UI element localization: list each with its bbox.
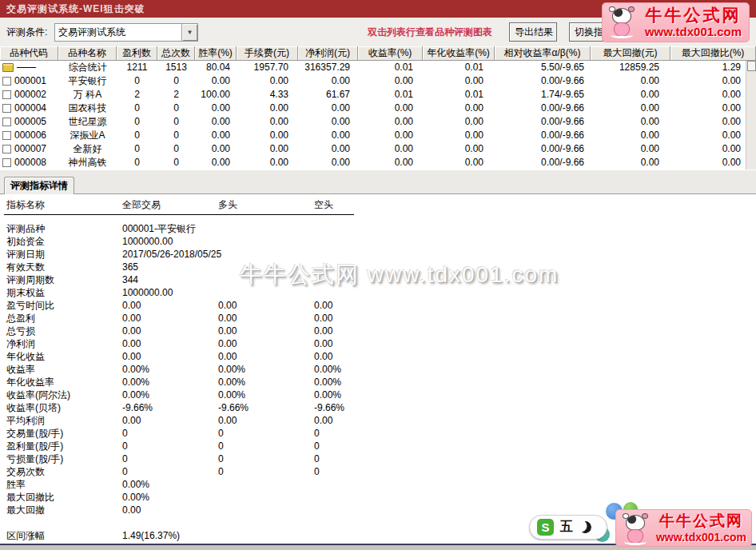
vertical-scrollbar[interactable]	[746, 61, 756, 169]
row-checkbox[interactable]	[2, 90, 11, 99]
column-header[interactable]: 总次数	[157, 46, 195, 61]
ime-toolbar[interactable]: S 五	[529, 515, 607, 540]
metric-value: -9.66%	[218, 401, 249, 414]
detail-row: 胜率0.00%	[0, 478, 756, 491]
logo-site-name: 牛牛公式网	[641, 6, 746, 25]
table-row[interactable]: 000007全新好000.000.000.000.000.000.00/-9.6…	[0, 142, 746, 156]
metric-name: 年化收益	[6, 350, 45, 363]
value-cell: 0.00	[670, 102, 746, 115]
column-header[interactable]: 盈利数	[117, 46, 157, 61]
detail-row: 平均利润0.000.000.00	[0, 414, 756, 427]
detail-row: 净利润0.000.000.00	[0, 337, 756, 350]
cow-mascot-icon	[606, 6, 639, 40]
row-checkbox[interactable]	[2, 118, 11, 126]
column-header[interactable]: 品种名称	[58, 46, 117, 61]
combobox-dropdown-button[interactable]: ▼	[181, 24, 197, 41]
value-cell: 0.00	[298, 74, 358, 88]
instrument-name: 综合统计	[58, 61, 117, 74]
value-cell: 12859.25	[591, 61, 670, 74]
metric-value: 0	[314, 465, 320, 478]
value-cell: 0	[117, 142, 157, 156]
detail-row: 收益率(阿尔法)0.00%0.00%0.00%	[0, 389, 756, 401]
metric-value: 0.00	[314, 350, 332, 363]
value-cell: 0.00	[298, 156, 358, 169]
table-row[interactable]: ——综合统计1211151380.041957.70316357.290.010…	[0, 61, 746, 74]
value-cell: 0	[157, 156, 195, 169]
export-results-button[interactable]: 导出结果	[509, 22, 557, 42]
value-cell: 0	[157, 142, 195, 156]
row-checkbox[interactable]	[2, 104, 11, 113]
detail-rows: 评测品种000001-平安银行初始资金1000000.00评测日期2017/05…	[0, 222, 756, 542]
code-cell: 000007	[0, 142, 58, 156]
column-header[interactable]: 最大回撤比(%)	[670, 46, 756, 61]
value-cell: 0.00	[237, 74, 298, 88]
detail-row: 总盈利0.000.000.00	[0, 312, 756, 325]
value-cell: 0.01	[358, 61, 423, 74]
scrollbar-thumb[interactable]	[747, 61, 756, 71]
condition-combobox[interactable]: 交易评测试系统 ▼	[54, 23, 198, 42]
logo-site-name: 牛牛公式网	[655, 512, 748, 530]
instrument-code: 000006	[14, 129, 46, 142]
detail-column-header: 多头	[218, 198, 237, 212]
table-row[interactable]: 000006深振业A000.000.000.000.000.000.00/-9.…	[0, 129, 746, 142]
tab-detail-indicators[interactable]: 评测指标详情	[4, 177, 74, 194]
instrument-name: 深振业A	[58, 129, 117, 142]
value-cell: 0.00	[298, 129, 358, 142]
column-header[interactable]: 品种代码	[0, 46, 58, 61]
table-row[interactable]: 000005世纪星源000.000.000.000.000.000.00/-9.…	[0, 115, 746, 129]
table-row[interactable]: 000002万 科A22100.004.3361.670.010.011.74/…	[0, 88, 746, 102]
column-header[interactable]: 年化收益率(%)	[423, 46, 495, 61]
value-cell: 0.00	[195, 129, 237, 142]
moon-icon[interactable]	[578, 520, 592, 534]
code-cell: 000004	[0, 102, 58, 115]
value-cell: 0	[157, 115, 195, 129]
value-cell: 0.00	[195, 115, 237, 129]
tab-label: 评测指标详情	[10, 180, 68, 191]
value-cell: 0.00	[423, 74, 495, 88]
row-checkbox[interactable]	[2, 145, 11, 153]
value-cell: 0.00	[591, 102, 670, 115]
column-header[interactable]: 收益率(%)	[358, 46, 423, 61]
sogou-input-icon[interactable]: S	[537, 519, 554, 536]
value-cell: 0.00	[670, 74, 746, 88]
instrument-name: 世纪星源	[58, 115, 117, 129]
metric-value: 0	[122, 452, 128, 465]
value-cell: 0.00/-9.66	[495, 129, 591, 142]
metric-value: 0.00%	[218, 389, 245, 401]
column-header[interactable]: 胜率(%)	[195, 46, 237, 61]
metric-value: 0	[314, 427, 320, 440]
metric-value: 0.00	[314, 414, 332, 427]
row-checkbox[interactable]	[2, 77, 11, 86]
value-cell: 0.00	[298, 142, 358, 156]
value-cell: 0	[117, 129, 157, 142]
detail-header: 指标名称全部交易多头空头	[0, 198, 756, 213]
metric-value: 0.00%	[122, 491, 149, 504]
code-cell: 000001	[0, 74, 58, 88]
metric-value: 0	[218, 440, 224, 452]
table-row[interactable]: 000004国农科技000.000.000.000.000.000.00/-9.…	[0, 102, 746, 115]
value-cell: 0.00	[423, 156, 495, 169]
value-cell: 0.00	[358, 156, 423, 169]
instrument-code: 000005	[14, 115, 46, 129]
value-cell: 0	[157, 102, 195, 115]
column-header[interactable]: 净利润(元)	[298, 46, 358, 61]
column-header[interactable]: 相对收益率α/β(%)	[495, 46, 591, 61]
column-header[interactable]: 最大回撤(元)	[591, 46, 670, 61]
ime-mode-label[interactable]: 五	[560, 519, 573, 536]
row-checkbox[interactable]	[2, 131, 11, 140]
detail-row: 有效天数365	[0, 261, 756, 273]
results-table: 品种代码品种名称盈利数总次数胜率(%)手续费(元)净利润(元)收益率(%)年化收…	[0, 46, 756, 170]
detail-row: 收益率0.00%0.00%0.00%	[0, 363, 756, 376]
detail-row: 评测品种000001-平安银行	[0, 222, 756, 235]
metric-name: 平均利润	[6, 414, 45, 427]
value-cell: 0	[117, 102, 157, 115]
instrument-code: 000002	[14, 88, 46, 102]
value-cell: 0.00	[670, 115, 746, 129]
value-cell: 0.00	[237, 102, 298, 115]
table-row[interactable]: 000001平安银行000.000.000.000.000.000.00/-9.…	[0, 74, 746, 88]
table-row[interactable]: 000008神州高铁000.000.000.000.000.000.00/-9.…	[0, 156, 746, 169]
value-cell: 0.00	[591, 142, 670, 156]
column-header[interactable]: 手续费(元)	[237, 46, 298, 61]
value-cell: 1211	[117, 61, 157, 74]
row-checkbox[interactable]	[2, 158, 11, 167]
